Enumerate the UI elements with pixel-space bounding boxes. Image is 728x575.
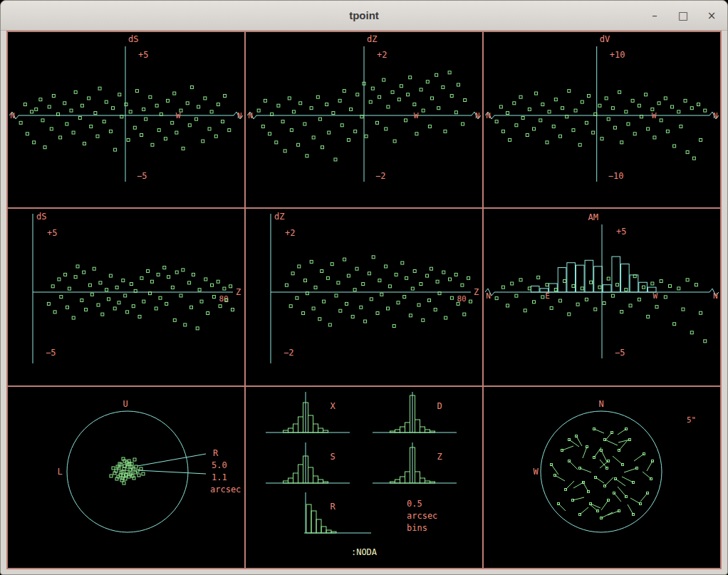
data-point — [211, 284, 214, 286]
data-point — [130, 283, 132, 286]
data-point — [413, 269, 416, 272]
data-point — [72, 131, 75, 134]
residual-vector — [624, 468, 637, 472]
residual-vectors — [551, 428, 654, 519]
data-point — [546, 284, 548, 286]
residual-vector — [562, 446, 573, 450]
data-point — [288, 97, 291, 100]
north-label: N — [598, 399, 603, 409]
data-point — [417, 304, 420, 306]
data-point — [326, 276, 329, 279]
histogram-bar — [415, 472, 420, 483]
data-point — [541, 296, 544, 299]
data-point — [561, 107, 564, 110]
histogram-bar — [639, 282, 648, 292]
residual-vector — [605, 440, 618, 445]
data-point — [563, 280, 566, 283]
plot-title: AM — [588, 212, 598, 222]
data-point — [409, 76, 412, 79]
up-label: U — [123, 399, 128, 409]
data-point — [39, 98, 42, 101]
data-point — [318, 118, 321, 120]
data-point — [328, 131, 331, 134]
y-min-label: −10 — [608, 171, 624, 181]
data-point — [173, 318, 176, 321]
data-point — [167, 99, 170, 102]
data-point — [350, 108, 353, 110]
data-point — [173, 92, 176, 95]
data-point — [115, 286, 118, 289]
histogram-bar — [425, 481, 430, 483]
data-point — [157, 129, 160, 132]
data-point — [132, 305, 135, 308]
data-point — [165, 302, 168, 305]
histogram-bar — [400, 427, 405, 432]
bin-size-value: 0.5 — [407, 499, 422, 509]
data-point — [58, 278, 61, 281]
data-point — [192, 273, 194, 276]
data-point — [462, 123, 464, 125]
close-icon[interactable]: × — [703, 9, 720, 22]
data-point — [430, 97, 433, 100]
data-point — [48, 105, 51, 108]
histogram-bar — [430, 431, 435, 432]
data-point — [175, 271, 178, 274]
data-point — [126, 311, 129, 314]
data-point — [277, 104, 280, 107]
residual-vector — [576, 436, 582, 446]
data-point — [90, 293, 93, 296]
data-point — [202, 140, 204, 143]
titlebar[interactable]: tpoint – □ × — [1, 1, 727, 31]
data-point — [297, 143, 300, 146]
data-point — [332, 112, 335, 115]
data-point — [578, 143, 581, 146]
data-point — [653, 136, 656, 139]
data-point — [190, 306, 193, 309]
residual-vector — [555, 475, 565, 481]
residual-vector — [569, 461, 578, 470]
minimize-icon[interactable]: – — [646, 9, 663, 22]
residual-vector — [608, 511, 619, 515]
data-point — [351, 315, 354, 318]
compass-letter: N — [713, 291, 718, 301]
data-point — [631, 99, 634, 102]
data-point — [450, 296, 453, 299]
data-point — [182, 269, 184, 271]
data-point — [576, 303, 579, 306]
data-point — [554, 289, 557, 291]
app-window: tpoint – □ × dS+5−5NWN dZ+2−2NWN dV+10−1… — [0, 0, 728, 575]
polar-canvas: ULR5.01.1arcsec — [8, 387, 244, 568]
data-point — [232, 309, 234, 311]
histogram-bars — [531, 257, 656, 292]
bin-size-units: arcsec — [407, 511, 437, 521]
hist-label: D — [437, 401, 442, 411]
data-point — [80, 104, 83, 107]
maximize-icon[interactable]: □ — [675, 9, 692, 22]
data-point — [19, 121, 22, 124]
data-point — [207, 312, 209, 315]
compass-letter: N — [486, 291, 491, 301]
data-point — [677, 110, 680, 113]
plot-ds-vs-zenith: dS+5−580Z — [8, 209, 244, 385]
data-point — [558, 135, 561, 138]
data-point — [495, 297, 498, 300]
data-point — [594, 308, 597, 311]
data-point — [558, 299, 561, 302]
data-point — [385, 128, 388, 130]
data-point — [511, 282, 514, 285]
data-point — [526, 134, 529, 137]
data-point — [24, 103, 26, 106]
data-point — [112, 107, 115, 110]
data-point — [690, 107, 693, 110]
data-point — [151, 143, 154, 146]
data-point — [68, 287, 71, 290]
data-point — [222, 120, 224, 123]
plot-title: dS — [128, 34, 138, 44]
data-point — [620, 311, 623, 314]
residual-vector — [618, 440, 630, 442]
compass-letter: N — [10, 111, 15, 120]
data-point — [164, 138, 167, 140]
data-point — [124, 477, 127, 480]
data-point — [64, 273, 67, 276]
compass-letter: W — [652, 111, 657, 120]
